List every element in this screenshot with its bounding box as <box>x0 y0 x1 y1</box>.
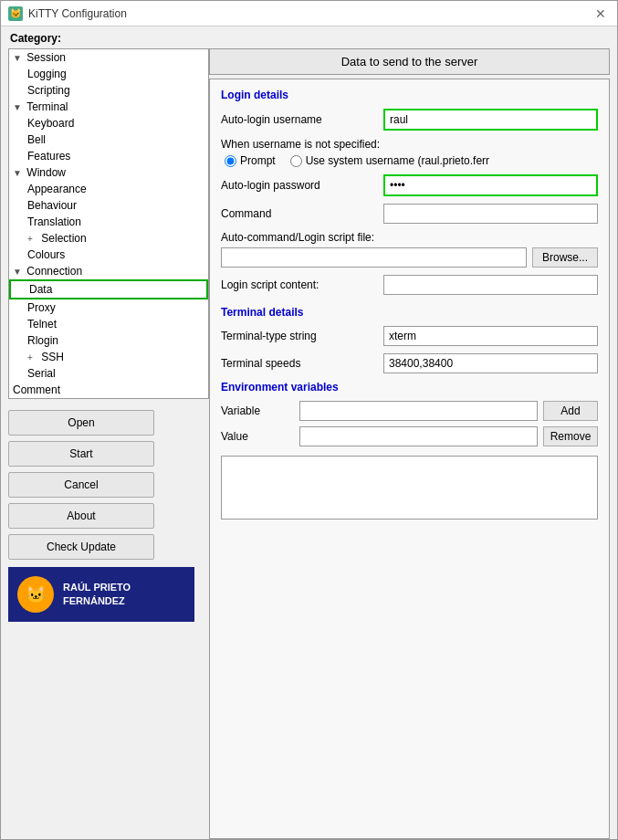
login-details-title: Login details <box>221 89 598 101</box>
app-icon: 🐱 <box>8 6 23 21</box>
login-script-input[interactable] <box>383 275 598 295</box>
sidebar-item-selection[interactable]: + Selection <box>9 230 208 247</box>
radio-system[interactable] <box>290 155 302 167</box>
password-input[interactable] <box>383 174 598 196</box>
collapse-icon: ▼ <box>13 53 24 63</box>
terminal-type-label: Terminal-type string <box>221 330 376 342</box>
command-label: Command <box>221 207 376 220</box>
terminal-type-input[interactable] <box>383 326 598 346</box>
sidebar-item-proxy[interactable]: Proxy <box>9 299 208 316</box>
browse-button[interactable]: Browse... <box>532 247 598 268</box>
env-title: Environment variables <box>221 381 598 394</box>
value-row: Value Remove <box>221 426 598 446</box>
sidebar-item-ssh[interactable]: + SSH <box>9 349 208 365</box>
command-input[interactable] <box>383 204 598 224</box>
title-bar: 🐱 KiTTY Configuration ✕ <box>1 1 617 26</box>
open-button[interactable]: Open <box>8 410 154 436</box>
sidebar-item-behaviour[interactable]: Behaviour <box>9 197 208 214</box>
radio-prompt-label[interactable]: Prompt <box>225 154 276 167</box>
main-content: ▼ Session Logging Scripting ▼ Terminal K… <box>1 48 617 839</box>
login-script-row: Login script content: <box>221 275 598 295</box>
sidebar-item-features[interactable]: Features <box>9 148 208 164</box>
panel-body: Login details Auto-login username When u… <box>209 79 610 839</box>
close-button[interactable]: ✕ <box>592 5 610 23</box>
value-input[interactable] <box>299 426 538 446</box>
category-tree: ▼ Session Logging Scripting ▼ Terminal K… <box>8 48 209 399</box>
terminal-speeds-input[interactable] <box>383 353 598 373</box>
sidebar-item-rlogin[interactable]: Rlogin <box>9 332 208 349</box>
password-row: Auto-login password <box>221 174 598 196</box>
sidebar-item-colours[interactable]: Colours <box>9 247 208 263</box>
avatar: 🐱 <box>17 576 54 613</box>
sidebar-item-appearance[interactable]: Appearance <box>9 181 208 197</box>
command-row: Command <box>221 204 598 224</box>
about-button[interactable]: About <box>8 503 154 529</box>
main-window: 🐱 KiTTY Configuration ✕ Category: ▼ Sess… <box>0 0 618 840</box>
value-label: Value <box>221 430 294 443</box>
expand-icon: + <box>27 234 38 244</box>
start-button[interactable]: Start <box>8 441 154 467</box>
sidebar-item-keyboard[interactable]: Keyboard <box>9 115 208 131</box>
left-column: ▼ Session Logging Scripting ▼ Terminal K… <box>1 48 202 839</box>
title-bar-left: 🐱 KiTTY Configuration <box>8 6 127 21</box>
sidebar-item-translation[interactable]: Translation <box>9 214 208 230</box>
auto-command-label: Auto-command/Login script file: <box>221 231 598 244</box>
password-label: Auto-login password <box>221 179 376 192</box>
collapse-icon: ▼ <box>13 267 24 277</box>
username-note: When username is not specified: <box>221 138 598 151</box>
sidebar-item-terminal[interactable]: ▼ Terminal <box>9 99 208 115</box>
env-textarea[interactable] <box>221 456 598 520</box>
collapse-icon: ▼ <box>13 102 24 112</box>
auto-command-row: Browse... <box>221 247 598 268</box>
title-bar-title: KiTTY Configuration <box>28 7 127 20</box>
sidebar-item-session[interactable]: ▼ Session <box>9 49 208 66</box>
collapse-icon: ▼ <box>13 168 24 178</box>
variable-label: Variable <box>221 404 294 417</box>
sidebar-item-comment[interactable]: Comment <box>9 382 208 398</box>
sidebar-item-scripting[interactable]: Scripting <box>9 82 208 99</box>
login-script-label: Login script content: <box>221 278 376 291</box>
sidebar-item-serial[interactable]: Serial <box>9 365 208 382</box>
sidebar-item-bell[interactable]: Bell <box>9 131 208 148</box>
panel-header: Data to send to the server <box>209 48 610 75</box>
sidebar-item-window[interactable]: ▼ Window <box>9 164 208 181</box>
sidebar-item-connection[interactable]: ▼ Connection <box>9 263 208 279</box>
check-update-button[interactable]: Check Update <box>8 534 154 560</box>
cancel-button[interactable]: Cancel <box>8 472 154 498</box>
sidebar-item-data[interactable]: Data <box>9 279 208 299</box>
footer-name: RAÚL PRIETO FERNÁNDEZ <box>63 581 131 609</box>
sidebar-buttons: Open Start Cancel About Check Update <box>1 403 202 567</box>
terminal-type-row: Terminal-type string <box>221 326 598 346</box>
sidebar-footer: 🐱 RAÚL PRIETO FERNÁNDEZ <box>8 567 194 622</box>
username-input[interactable] <box>383 109 598 131</box>
auto-command-input[interactable] <box>221 247 527 268</box>
username-row: Auto-login username <box>221 109 598 131</box>
terminal-speeds-row: Terminal speeds <box>221 353 598 373</box>
variable-row: Variable Add <box>221 401 598 421</box>
category-label: Category: <box>1 26 617 48</box>
radio-prompt[interactable] <box>225 155 236 167</box>
variable-input[interactable] <box>299 401 538 421</box>
right-panel: Data to send to the server Login details… <box>209 48 610 839</box>
radio-system-label[interactable]: Use system username (raul.prieto.ferr <box>290 154 489 167</box>
add-button[interactable]: Add <box>543 401 598 421</box>
expand-icon: + <box>27 352 38 362</box>
terminal-details-title: Terminal details <box>221 306 598 319</box>
username-label: Auto-login username <box>221 113 376 126</box>
sidebar-item-logging[interactable]: Logging <box>9 66 208 82</box>
terminal-speeds-label: Terminal speeds <box>221 357 376 370</box>
remove-button[interactable]: Remove <box>543 426 598 446</box>
username-radio-group: Prompt Use system username (raul.prieto.… <box>221 154 598 167</box>
sidebar-item-telnet[interactable]: Telnet <box>9 316 208 332</box>
